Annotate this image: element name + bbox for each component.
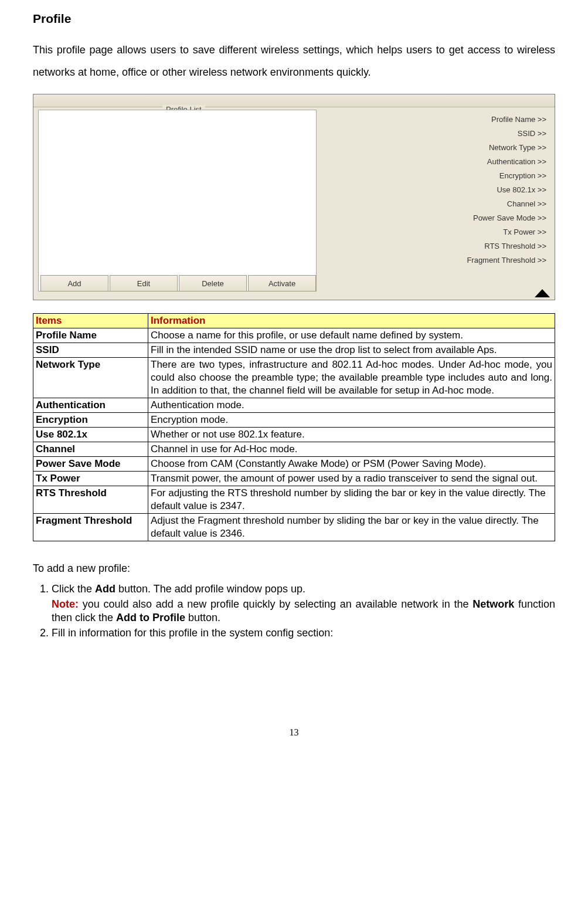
note-text-a: you could also add a new profile quickly…: [79, 598, 473, 610]
table-row: Use 802.1xWhether or not use 802.1x feat…: [33, 428, 555, 442]
step1-text-c: button. The add profile window pops up.: [115, 583, 305, 595]
detail-label: Authentication >>: [487, 157, 546, 166]
cell-val: For adjusting the RTS threshold number b…: [148, 486, 555, 514]
cell-val: Channel in use for Ad-Hoc mode.: [148, 442, 555, 457]
detail-label: Profile Name >>: [491, 115, 546, 124]
table-row: SSIDFill in the intended SSID name or us…: [33, 343, 555, 358]
list-item: Fill in information for this profile in …: [52, 627, 555, 639]
table-row: Fragment ThresholdAdjust the Fragment th…: [33, 514, 555, 541]
edit-button[interactable]: Edit: [110, 275, 178, 291]
info-table: Items Information Profile NameChoose a n…: [33, 313, 555, 541]
table-header-information: Information: [148, 314, 555, 328]
page-number: 13: [33, 727, 555, 738]
cell-key: Power Save Mode: [33, 457, 148, 472]
cell-val: Fill in the intended SSID name or use th…: [148, 343, 555, 358]
cell-val: There are two types, infrastructure and …: [148, 358, 555, 398]
cell-key: Tx Power: [33, 472, 148, 486]
detail-label: Channel >>: [507, 199, 546, 208]
cell-key: Fragment Threshold: [33, 514, 148, 541]
cell-key: Channel: [33, 442, 148, 457]
cell-val: Encryption mode.: [148, 413, 555, 428]
cell-val: Authentication mode.: [148, 398, 555, 413]
step1-text-bold: Add: [95, 583, 115, 595]
step1-text-a: Click the: [52, 583, 95, 595]
add-button[interactable]: Add: [40, 275, 108, 291]
step1-note: Note: you could also add a new profile q…: [52, 598, 555, 625]
detail-label: RTS Threshold >>: [484, 242, 546, 250]
cell-val: Adjust the Fragment threshold number by …: [148, 514, 555, 541]
table-row: Power Save ModeChoose from CAM (Constant…: [33, 457, 555, 472]
detail-label: Use 802.1x >>: [497, 185, 546, 194]
detail-label: Encryption >>: [499, 171, 546, 180]
steps-subheading: To add a new profile:: [33, 562, 555, 575]
detail-label: Power Save Mode >>: [473, 213, 546, 222]
note-bold-add-to-profile: Add to Profile: [116, 612, 185, 623]
cell-key: Encryption: [33, 413, 148, 428]
note-bold-network: Network: [473, 598, 514, 610]
table-row: ChannelChannel in use for Ad-Hoc mode.: [33, 442, 555, 457]
activate-button[interactable]: Activate: [248, 275, 316, 291]
list-item: Click the Add button. The add profile wi…: [52, 583, 555, 625]
table-row: Tx PowerTransmit power, the amount of po…: [33, 472, 555, 486]
profile-screenshot: Profile List Add Edit Delete Activate Pr…: [33, 94, 555, 300]
cell-key: Network Type: [33, 358, 148, 398]
table-row: EncryptionEncryption mode.: [33, 413, 555, 428]
cell-val: Transmit power, the amount of power used…: [148, 472, 555, 486]
app-toolbar: [33, 96, 555, 107]
table-row: Network TypeThere are two types, infrast…: [33, 358, 555, 398]
cell-key: Profile Name: [33, 328, 148, 343]
detail-label: Network Type >>: [489, 143, 546, 152]
cell-key: SSID: [33, 343, 148, 358]
cell-val: Choose from CAM (Constantly Awake Mode) …: [148, 457, 555, 472]
table-row: AuthenticationAuthentication mode.: [33, 398, 555, 413]
note-label: Note:: [52, 598, 79, 610]
steps-list: Click the Add button. The add profile wi…: [33, 583, 555, 639]
cell-key: RTS Threshold: [33, 486, 148, 514]
detail-label: Fragment Threshold >>: [467, 256, 546, 265]
table-row: RTS ThresholdFor adjusting the RTS thres…: [33, 486, 555, 514]
table-row: Profile NameChoose a name for this profi…: [33, 328, 555, 343]
cell-val: Choose a name for this profile, or use d…: [148, 328, 555, 343]
table-header-items: Items: [33, 314, 148, 328]
profile-list-box[interactable]: [38, 110, 317, 291]
delete-button[interactable]: Delete: [179, 275, 247, 291]
cell-val: Whether or not use 802.1x feature.: [148, 428, 555, 442]
cell-key: Use 802.1x: [33, 428, 148, 442]
detail-label: SSID >>: [518, 129, 546, 138]
collapse-icon[interactable]: [535, 289, 550, 297]
detail-label: Tx Power >>: [503, 228, 546, 236]
cell-key: Authentication: [33, 398, 148, 413]
note-text-e: button.: [185, 612, 220, 623]
page-title: Profile: [33, 12, 555, 26]
intro-paragraph: This profile page allows users to save d…: [33, 39, 555, 83]
profile-details-panel: Profile Name >> SSID >> Network Type >> …: [347, 112, 546, 267]
